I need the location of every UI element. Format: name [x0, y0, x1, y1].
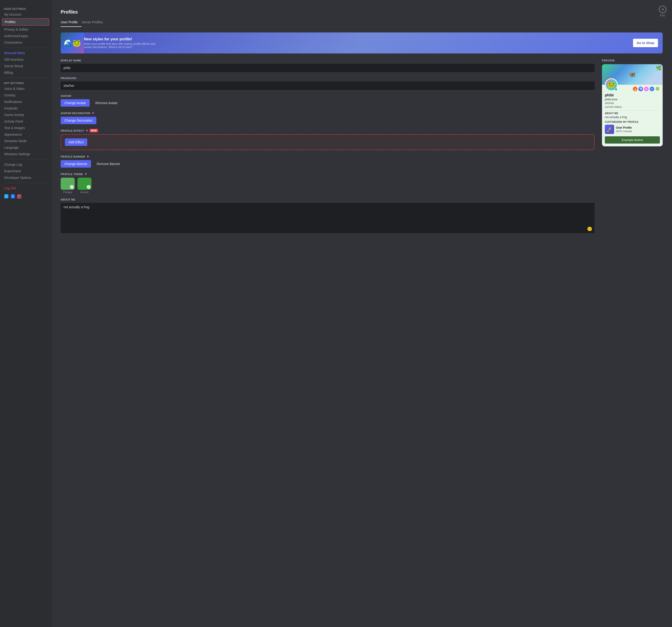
badge-boost-icon: ✦	[644, 87, 649, 91]
content-layout: DISPLAY NAME PRONOUNS AVATAR Change Avat…	[61, 59, 663, 234]
sidebar-item-windows-settings[interactable]: Windows Settings	[2, 151, 49, 157]
sidebar-item-developer-options[interactable]: Developer Options	[2, 175, 49, 181]
badge-clover-icon: 🍀	[655, 87, 660, 91]
avatar-decoration-nitro-icon: ✦	[92, 111, 95, 115]
sidebar: USER SETTINGS My Account Profiles Privac…	[0, 0, 51, 627]
pronouns-label: PRONOUNS	[61, 77, 595, 79]
twitter-icon[interactable]: 𝕏	[4, 194, 8, 199]
avatar-status-indicator	[615, 88, 617, 91]
sidebar-item-gift-inventory[interactable]: Gift Inventory	[2, 56, 49, 63]
theme-accent-label: Accent	[77, 191, 92, 193]
preview-activity-row: 🚀 User Profile 00:01 minutes	[605, 125, 660, 134]
profile-banner-buttons: Change Banner Remove Banner	[61, 160, 595, 168]
theme-primary-swatch[interactable]: ↗	[61, 178, 75, 190]
sidebar-item-my-account[interactable]: My Account	[2, 11, 49, 18]
theme-primary-wrap: ↗ Primary	[61, 178, 75, 193]
sidebar-item-profiles[interactable]: Profiles	[2, 18, 49, 26]
profile-effect-new-badge: NEW	[90, 129, 98, 132]
badge-nitro-icon: 💎	[639, 87, 643, 91]
badge-flame-icon: 🔥	[633, 87, 638, 91]
profile-effect-label: PROFILE EFFECT ✦ NEW	[61, 129, 595, 132]
instagram-icon[interactable]: 📷	[17, 194, 22, 199]
close-button-wrap[interactable]: ✕ ESC	[659, 6, 666, 17]
sidebar-item-change-log[interactable]: Change Log	[2, 161, 49, 168]
sidebar-item-activity-feed[interactable]: Activity Feed	[2, 118, 49, 125]
sidebar-item-server-boost[interactable]: Server Boost	[2, 63, 49, 69]
app-settings-section-label: APP SETTINGS	[2, 80, 49, 86]
promo-banner: 🌊🐸 New styles for your profile! Make you…	[61, 32, 663, 53]
user-settings-section-label: USER SETTINGS	[2, 6, 49, 11]
preview-customizing-label: CUSTOMIZING MY PROFILE	[605, 121, 660, 123]
sidebar-item-overlay[interactable]: Overlay	[2, 92, 49, 98]
sidebar-item-experiment[interactable]: Experiment	[2, 168, 49, 175]
theme-accent-wrap: ↗ Accent	[77, 178, 92, 193]
preview-section: PREVIEW 🌴 🦋 🌿 🐸	[602, 59, 663, 234]
banner-character-icon: 🦋	[629, 71, 636, 78]
about-me-textarea[interactable]: not actually a frog	[61, 203, 595, 233]
theme-accent-arrow-icon: ↗	[87, 185, 91, 189]
avatar-decoration-buttons: Change Decoration	[61, 117, 595, 124]
tab-user-profile[interactable]: User Profile	[61, 19, 81, 27]
theme-accent-swatch[interactable]: ↗	[77, 178, 92, 190]
sidebar-socials: 𝕏 f 📷	[2, 192, 49, 200]
close-label: ESC	[660, 14, 666, 17]
main-content: ✕ ESC Profiles User Profile Server Profi…	[51, 0, 672, 627]
display-name-input[interactable]	[61, 64, 595, 72]
about-me-wrap: not actually a frog 🙂	[61, 203, 595, 234]
profile-theme-row: ↗ Primary ↗ Accent	[61, 178, 595, 193]
profile-card-divider	[605, 110, 660, 111]
go-to-shop-button[interactable]: Go to Shop	[633, 39, 658, 47]
avatar-wrap: 🐸	[605, 78, 618, 91]
sidebar-item-appearance[interactable]: Appearance	[2, 131, 49, 138]
sidebar-item-game-activity[interactable]: Game Activity	[2, 112, 49, 118]
profile-theme-nitro-icon: ✦	[85, 172, 87, 176]
sidebar-item-discord-nitro[interactable]: Discord Nitro	[2, 50, 49, 56]
profile-effect-nitro-icon: ✦	[86, 129, 89, 132]
emoji-button[interactable]: 🙂	[587, 227, 592, 232]
change-decoration-button[interactable]: Change Decoration	[61, 117, 96, 124]
sidebar-divider-1	[4, 48, 47, 48]
pronouns-input[interactable]	[61, 82, 595, 90]
sidebar-item-authorized-apps[interactable]: Authorized Apps	[2, 33, 49, 39]
preview-username: phibi	[605, 93, 660, 97]
display-name-label: DISPLAY NAME	[61, 59, 595, 62]
example-button[interactable]: Example Button	[605, 136, 660, 144]
sidebar-item-notifications[interactable]: Notifications	[2, 98, 49, 105]
tabs-row: User Profile Server Profiles	[61, 19, 663, 27]
page-title: Profiles	[61, 9, 663, 15]
facebook-icon[interactable]: f	[11, 194, 15, 199]
theme-primary-label: Primary	[61, 191, 75, 193]
sidebar-item-text-images[interactable]: Text & Images	[2, 125, 49, 131]
sidebar-item-voice-video[interactable]: Voice & Video	[2, 86, 49, 92]
theme-primary-arrow-icon: ↗	[70, 185, 74, 189]
sidebar-item-billing[interactable]: Billing	[2, 69, 49, 76]
remove-avatar-button[interactable]: Remove Avatar	[92, 99, 121, 107]
sidebar-item-streamer-mode[interactable]: Streamer Mode	[2, 138, 49, 144]
preview-about-me-label: ABOUT ME	[605, 112, 660, 115]
sidebar-item-privacy-safety[interactable]: Privacy & Safety	[2, 26, 49, 33]
change-banner-button[interactable]: Change Banner	[61, 160, 91, 168]
add-effect-button[interactable]: Add Effect	[65, 138, 87, 146]
preview-status: current status	[605, 105, 660, 109]
tab-server-profiles[interactable]: Server Profiles	[81, 19, 106, 27]
avatar-label: AVATAR	[61, 95, 595, 97]
promo-text: New styles for your profile! Make your p…	[84, 37, 163, 49]
profile-banner-nitro-icon: ✦	[87, 155, 89, 158]
profile-banner-label: PROFILE BANNER ✦	[61, 155, 595, 158]
sidebar-item-connections[interactable]: Connections	[2, 39, 49, 46]
activity-info: User Profile 00:01 minutes	[616, 126, 660, 133]
preview-about-me-text: not actually a frog	[605, 116, 660, 119]
remove-banner-button[interactable]: Remove Banner	[93, 160, 124, 168]
profile-card: 🌴 🦋 🌿 🐸 🔥 💎	[602, 64, 663, 146]
change-avatar-button[interactable]: Change Avatar	[61, 99, 90, 107]
preview-handle: phibi.isme	[605, 98, 660, 101]
profile-card-body: 🐸 🔥 💎 ✦ ↩ 🍀 phibi phibi.isme	[602, 78, 663, 146]
about-me-label: ABOUT ME	[61, 198, 595, 201]
promo-body: Make your profile feel alive with snazzy…	[84, 42, 163, 49]
sidebar-item-logout[interactable]: Log Out	[2, 185, 49, 191]
profile-effect-box: Add Effect	[61, 134, 595, 150]
sidebar-item-keybinds[interactable]: Keybinds	[2, 105, 49, 112]
sidebar-item-language[interactable]: Language	[2, 144, 49, 151]
promo-heading: New styles for your profile!	[84, 37, 163, 41]
close-button[interactable]: ✕	[659, 6, 666, 13]
